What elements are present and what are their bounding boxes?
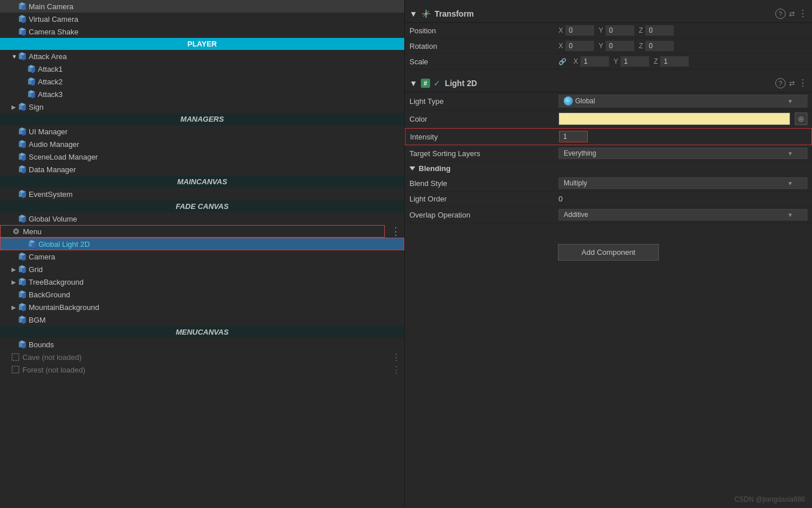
expand-arrow: ▶: [11, 104, 18, 110]
list-item[interactable]: Main Camera: [0, 0, 404, 13]
light-type-dropdown[interactable]: Global ▼: [559, 95, 807, 107]
cube-icon: [18, 190, 26, 198]
transform-icon: [421, 9, 431, 19]
color-row: Color ⊕: [405, 110, 812, 128]
three-dots-cave[interactable]: ⋮: [388, 352, 404, 363]
list-item[interactable]: Attack2: [0, 75, 404, 88]
color-value: ⊕: [559, 113, 807, 125]
light2d-header: ▼ # ✓ Light 2D ? ⇄ ⋮: [405, 74, 812, 92]
scale-values: 🔗 X Y Z: [559, 56, 807, 67]
dropdown-arrow: ▼: [787, 98, 793, 104]
list-item[interactable]: ▶ Grid: [0, 263, 404, 276]
list-item[interactable]: SceneLoad Manager: [0, 150, 404, 163]
scale-label: Scale: [409, 57, 559, 66]
list-item[interactable]: UI Manager: [0, 125, 404, 138]
svg-point-73: [425, 13, 427, 15]
list-item[interactable]: Attack3: [0, 88, 404, 100]
rotation-values: X Y Z: [559, 41, 807, 51]
cube-icon: [18, 316, 26, 324]
cube-icon: [18, 28, 26, 36]
light-order-label: Light Order: [409, 195, 559, 203]
scale-row: Scale 🔗 X Y Z: [405, 54, 812, 69]
list-item[interactable]: ▶ TreeBackground: [0, 276, 404, 288]
list-item[interactable]: Bounds: [0, 338, 404, 351]
checkbox-icon[interactable]: ✓: [434, 79, 440, 88]
list-item[interactable]: Virtual Camera: [0, 13, 404, 25]
expand-arrow: ▶: [11, 304, 18, 311]
z-label: Z: [639, 42, 643, 50]
section-header-menucanvas: MENUCANVAS: [0, 326, 404, 338]
menu-row[interactable]: Menu ⋮: [0, 225, 404, 238]
cube-icon: [18, 15, 26, 23]
expand-arrow: ▶: [11, 279, 18, 285]
list-item[interactable]: BGM: [0, 313, 404, 326]
cube-icon: [18, 153, 26, 161]
overlap-label: Overlap Operation: [409, 211, 559, 219]
position-x-input[interactable]: [565, 25, 594, 36]
hierarchy-panel: Main Camera Virtual Camera Camera Shake …: [0, 0, 405, 508]
scale-x-input[interactable]: [580, 56, 609, 67]
forest-row[interactable]: Forest (not loaded) ⋮: [0, 363, 404, 376]
overlap-value: Additive ▼: [559, 209, 807, 220]
cube-icon: [18, 2, 26, 10]
target-sorting-label: Target Sorting Layers: [409, 149, 559, 158]
three-dots-menu[interactable]: ⋮: [387, 225, 404, 238]
more-icon[interactable]: ⋮: [798, 77, 807, 88]
dropdown-arrow: ▼: [787, 180, 793, 187]
triangle-down-icon: [409, 166, 415, 170]
position-z-input[interactable]: [645, 25, 674, 36]
rotation-z-input[interactable]: [645, 41, 674, 51]
layout-icon[interactable]: ⇄: [789, 10, 795, 18]
list-item[interactable]: EventSystem: [0, 188, 404, 200]
add-component-container: Add Component: [405, 235, 812, 270]
more-icon[interactable]: ⋮: [798, 8, 807, 19]
rotation-label: Rotation: [409, 42, 559, 51]
section-header-maincanvas: MAINCANVAS: [0, 176, 404, 188]
scene-icon: [11, 353, 19, 361]
y-label: Y: [599, 42, 603, 50]
list-item[interactable]: Camera Shake: [0, 25, 404, 38]
cube-icon: [18, 278, 26, 286]
list-item[interactable]: ▼ Attack Area: [0, 50, 404, 63]
cube-icon: [18, 340, 26, 348]
list-item[interactable]: Audio Manager: [0, 138, 404, 150]
target-sorting-dropdown[interactable]: Everything ▼: [559, 148, 807, 159]
list-item[interactable]: Camera: [0, 250, 404, 263]
list-item[interactable]: Data Manager: [0, 163, 404, 176]
expand-arrow: ▶: [11, 266, 18, 273]
y-label: Y: [614, 57, 618, 65]
gear-icon: [12, 227, 20, 235]
blend-style-text: Multiply: [564, 179, 587, 187]
list-item[interactable]: Attack1: [0, 63, 404, 75]
layout-icon[interactable]: ⇄: [789, 79, 795, 87]
triangle-icon: ▼: [409, 79, 417, 88]
light-type-row: Light Type Global ▼: [405, 92, 812, 110]
list-item[interactable]: ▶ MountainBackground: [0, 301, 404, 313]
player-header: PLAYER: [0, 38, 404, 50]
scale-y-input[interactable]: [620, 56, 649, 67]
help-icon[interactable]: ?: [775, 78, 786, 88]
rotation-y-input[interactable]: [606, 41, 634, 51]
rotation-x-input[interactable]: [565, 41, 594, 51]
triangle-icon: ▼: [409, 9, 417, 18]
cave-row[interactable]: Cave (not loaded) ⋮: [0, 351, 404, 363]
list-item[interactable]: ▶ Sign: [0, 100, 404, 113]
overlap-dropdown[interactable]: Additive ▼: [559, 209, 807, 220]
intensity-input[interactable]: [559, 131, 588, 142]
position-values: X Y Z: [559, 25, 807, 36]
target-sorting-value: Everything ▼: [559, 148, 807, 159]
add-component-button[interactable]: Add Component: [558, 244, 659, 261]
cube-icon: [18, 127, 26, 135]
three-dots-forest[interactable]: ⋮: [388, 364, 404, 375]
scale-z-input[interactable]: [660, 56, 689, 67]
global-light-2d-item[interactable]: Global Light 2D: [0, 238, 404, 250]
blend-style-dropdown[interactable]: Multiply ▼: [559, 177, 807, 189]
position-y-input[interactable]: [606, 25, 634, 36]
light-globe-icon: [564, 96, 573, 106]
eyedropper-button[interactable]: ⊕: [795, 113, 807, 125]
help-icon[interactable]: ?: [775, 9, 786, 19]
hash-badge: #: [421, 79, 430, 88]
list-item[interactable]: BackGround: [0, 288, 404, 301]
color-swatch[interactable]: [559, 113, 790, 125]
list-item[interactable]: Global Volume: [0, 212, 404, 225]
